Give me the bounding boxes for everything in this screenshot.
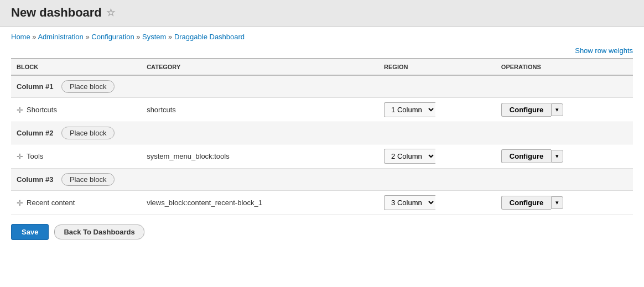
region-dropdown-1[interactable]: 1 Column 2 Column 3 Column <box>384 102 435 117</box>
breadcrumb: Home » Administration » Configuration » … <box>0 27 644 46</box>
blocks-table: Block Category Region Operations Column … <box>11 58 633 215</box>
ops-group-2: Configure ▾ <box>501 149 627 163</box>
breadcrumb-system[interactable]: System <box>142 33 166 41</box>
section-row-1: Column #1 Place block <box>11 75 633 98</box>
breadcrumb-draggable-dashboard[interactable]: Draggable Dashboard <box>174 33 245 41</box>
configure-arrow-1[interactable]: ▾ <box>551 103 563 116</box>
region-select-1: 1 Column 2 Column 3 Column <box>384 102 490 117</box>
save-button[interactable]: Save <box>11 224 49 240</box>
table-row: ✛ Shortcuts shortcuts 1 Column 2 Column … <box>11 98 633 122</box>
footer-actions: Save Back To Dashboards <box>0 215 644 249</box>
configure-button-3[interactable]: Configure <box>501 196 551 210</box>
back-to-dashboards-button[interactable]: Back To Dashboards <box>54 225 144 239</box>
region-select-3: 1 Column 2 Column 3 Column <box>384 195 490 210</box>
block-category-recent: views_block:content_recent-block_1 <box>141 191 378 215</box>
block-name-shortcuts: Shortcuts <box>27 106 57 114</box>
breadcrumb-sep-1: » <box>32 33 38 41</box>
col-header-operations: Operations <box>496 59 633 75</box>
configure-button-2[interactable]: Configure <box>501 149 551 163</box>
section-row-3: Column #3 Place block <box>11 169 633 191</box>
region-dropdown-3[interactable]: 1 Column 2 Column 3 Column <box>384 195 435 210</box>
breadcrumb-home[interactable]: Home <box>11 33 30 41</box>
block-category-tools: system_menu_block:tools <box>141 144 378 169</box>
configure-button-1[interactable]: Configure <box>501 103 551 117</box>
place-block-button-1[interactable]: Place block <box>61 80 115 93</box>
page-title-text: New dashboard <box>11 6 102 20</box>
table-row: ✛ Recent content views_block:content_rec… <box>11 191 633 215</box>
ops-group-3: Configure ▾ <box>501 196 627 210</box>
region-select-2: 1 Column 2 Column 3 Column <box>384 149 490 164</box>
breadcrumb-configuration[interactable]: Configuration <box>91 33 134 41</box>
ops-group-1: Configure ▾ <box>501 103 627 117</box>
breadcrumb-sep-4: » <box>168 33 174 41</box>
show-row-weights-link[interactable]: Show row weights <box>575 46 633 55</box>
col-header-block: Block <box>11 59 141 75</box>
breadcrumb-administration[interactable]: Administration <box>38 33 83 41</box>
drag-handle-1[interactable]: ✛ <box>17 106 23 114</box>
place-block-button-3[interactable]: Place block <box>61 173 115 186</box>
block-name-tools: Tools <box>27 152 43 160</box>
block-name-recent-content: Recent content <box>27 199 75 207</box>
star-icon[interactable]: ☆ <box>106 7 115 19</box>
show-row-weights-container: Show row weights <box>11 46 633 55</box>
column-3-label: Column #3 <box>17 175 53 184</box>
column-2-label: Column #2 <box>17 129 53 137</box>
region-dropdown-2[interactable]: 1 Column 2 Column 3 Column <box>384 149 435 164</box>
configure-arrow-3[interactable]: ▾ <box>551 196 563 209</box>
column-1-label: Column #1 <box>17 82 53 91</box>
breadcrumb-sep-2: » <box>85 33 91 41</box>
page-header: New dashboard ☆ <box>0 0 644 27</box>
configure-arrow-2[interactable]: ▾ <box>551 150 563 163</box>
block-category-shortcuts: shortcuts <box>141 98 378 122</box>
section-row-2: Column #2 Place block <box>11 122 633 144</box>
col-header-category: Category <box>141 59 378 75</box>
drag-handle-2[interactable]: ✛ <box>17 152 23 161</box>
col-header-region: Region <box>378 59 496 75</box>
breadcrumb-sep-3: » <box>136 33 142 41</box>
drag-handle-3[interactable]: ✛ <box>17 199 23 207</box>
place-block-button-2[interactable]: Place block <box>61 127 115 139</box>
table-row: ✛ Tools system_menu_block:tools 1 Column… <box>11 144 633 169</box>
